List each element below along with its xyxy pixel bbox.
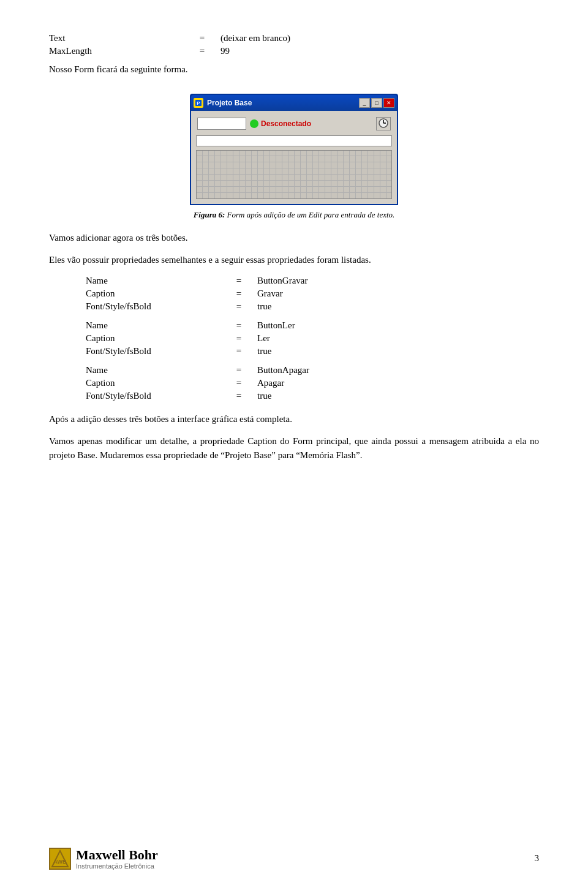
maxlength-property-row: MaxLength = 99 [49, 46, 539, 56]
apagar-caption-row: Caption = Apagar [86, 378, 539, 388]
company-subtitle: Instrumentação Eletrônica [76, 862, 158, 870]
win-titlebar: P Projeto Base _ □ ✕ [191, 95, 397, 111]
gravar-font-row: Font/Style/fsBold = true [86, 301, 539, 312]
ler-font-row: Font/Style/fsBold = true [86, 346, 539, 356]
paragraph-properties-intro: Eles vão possuir propriedades semelhante… [49, 253, 539, 267]
figure-caption: Figura 6: Form após adição de um Edit pa… [194, 210, 395, 220]
gravar-name-eq: = [221, 276, 257, 286]
win-title-text: Projeto Base [207, 99, 359, 107]
button-gravar-properties: Name = ButtonGravar Caption = Gravar Fon… [86, 276, 539, 312]
svg-text:P: P [197, 100, 200, 106]
ler-caption-label: Caption [86, 333, 221, 344]
page: Text = (deixar em branco) MaxLength = 99… [0, 0, 588, 882]
text-prop-name: Text [49, 33, 184, 43]
win-title-icon: P [194, 98, 203, 108]
win-body: Desconectado [191, 111, 397, 204]
ler-name-row: Name = ButtonLer [86, 320, 539, 331]
gravar-font-value: true [257, 301, 271, 312]
gravar-caption-eq: = [221, 288, 257, 299]
apagar-font-value: true [257, 391, 271, 401]
button-ler-properties: Name = ButtonLer Caption = Ler Font/Styl… [86, 320, 539, 356]
ler-font-eq: = [221, 346, 257, 356]
gravar-caption-value: Gravar [257, 288, 283, 299]
ler-name-eq: = [221, 320, 257, 331]
closing-paragraph-1: Após a adição desses três botões a inter… [49, 412, 539, 426]
ler-font-label: Font/Style/fsBold [86, 346, 221, 356]
footer: AWB Maxwell Bohr Instrumentação Eletrôni… [0, 848, 588, 870]
text-prop-eq: = [184, 33, 221, 43]
apagar-caption-label: Caption [86, 378, 221, 388]
ler-caption-value: Ler [257, 333, 270, 344]
paragraph-form-shape: Nosso Form ficará da seguinte forma. [49, 62, 539, 77]
gravar-name-label: Name [86, 276, 221, 286]
svg-text:AWB: AWB [54, 859, 67, 865]
paragraph-add-buttons: Vamos adicionar agora os três botões. [49, 231, 539, 245]
maxlength-prop-eq: = [184, 46, 221, 56]
top-properties: Text = (deixar em branco) MaxLength = 99 [49, 33, 539, 56]
win-combo-box[interactable] [197, 118, 246, 130]
win-form-mockup: P Projeto Base _ □ ✕ Desconectado [190, 94, 398, 205]
apagar-font-eq: = [221, 391, 257, 401]
apagar-name-row: Name = ButtonApagar [86, 365, 539, 375]
win-minimize-btn[interactable]: _ [359, 98, 370, 108]
apagar-caption-value: Apagar [257, 378, 284, 388]
maxlength-prop-value: 99 [221, 46, 230, 56]
status-circle-icon [250, 119, 258, 128]
win-clock [376, 117, 391, 130]
gravar-font-eq: = [221, 301, 257, 312]
gravar-name-row: Name = ButtonGravar [86, 276, 539, 286]
win-status-button: Desconectado [250, 119, 311, 128]
ler-name-value: ButtonLer [257, 320, 295, 331]
button-apagar-properties: Name = ButtonApagar Caption = Apagar Fon… [86, 365, 539, 401]
apagar-font-label: Font/Style/fsBold [86, 391, 221, 401]
ler-caption-row: Caption = Ler [86, 333, 539, 344]
ler-font-value: true [257, 346, 271, 356]
text-prop-value: (deixar em branco) [221, 33, 290, 43]
ler-name-label: Name [86, 320, 221, 331]
figure-container: P Projeto Base _ □ ✕ Desconectado [49, 94, 539, 220]
maxlength-prop-name: MaxLength [49, 46, 184, 56]
logo-icon: AWB [49, 848, 71, 870]
apagar-name-value: ButtonApagar [257, 365, 309, 375]
page-number: 3 [535, 853, 540, 864]
apagar-name-eq: = [221, 365, 257, 375]
win-close-btn[interactable]: ✕ [383, 98, 394, 108]
ler-caption-eq: = [221, 333, 257, 344]
gravar-font-label: Font/Style/fsBold [86, 301, 221, 312]
apagar-name-label: Name [86, 365, 221, 375]
gravar-caption-label: Caption [86, 288, 221, 299]
win-dotted-area [196, 150, 392, 199]
win-status-text: Desconectado [261, 119, 311, 128]
gravar-caption-row: Caption = Gravar [86, 288, 539, 299]
text-property-row: Text = (deixar em branco) [49, 33, 539, 43]
footer-logo: AWB Maxwell Bohr Instrumentação Eletrôni… [49, 848, 158, 870]
closing-paragraph-2: Vamos apenas modificar um detalhe, a pro… [49, 434, 539, 462]
win-maximize-btn[interactable]: □ [371, 98, 382, 108]
win-toolbar: Desconectado [196, 116, 392, 132]
gravar-name-value: ButtonGravar [257, 276, 307, 286]
apagar-font-row: Font/Style/fsBold = true [86, 391, 539, 401]
logo-text-block: Maxwell Bohr Instrumentação Eletrônica [76, 848, 158, 870]
win-textbox[interactable] [196, 135, 392, 146]
win-controls: _ □ ✕ [359, 98, 394, 108]
apagar-caption-eq: = [221, 378, 257, 388]
company-name: Maxwell Bohr [76, 848, 158, 862]
